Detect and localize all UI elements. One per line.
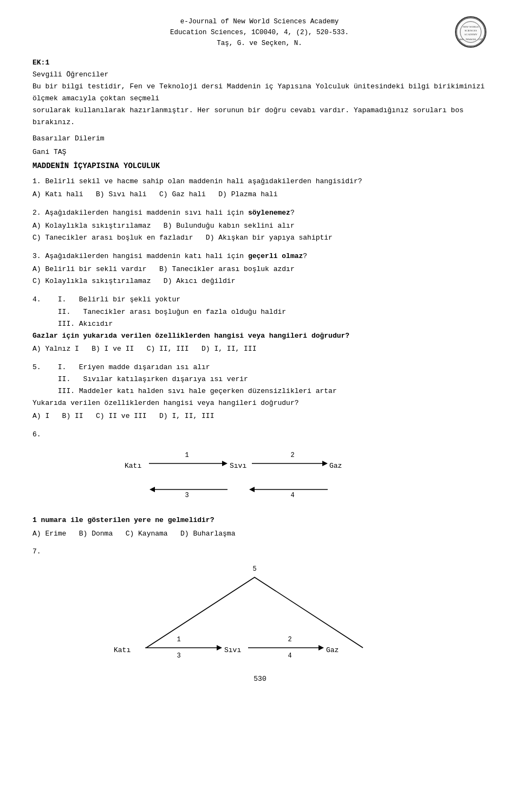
q4-answers: A) Yalnız I B) I ve II C) II, III D) I, … (32, 343, 487, 355)
d1-num2: 2 (290, 452, 294, 459)
question-2: 2. Aşağıdakilerden hangisi maddenin sıvı… (32, 207, 487, 244)
diagram-1: Sıvı --2--> Gaz --> Katı 1 Sıvı 2 Gaz 3 … (108, 447, 412, 507)
d1-kati-label: Katı (125, 462, 141, 470)
d1-sivi-label: Sıvı (230, 462, 246, 470)
q1-number: 1. (32, 177, 45, 185)
q3-text: Aşağıdakilerden hangisi maddenin katı ha… (45, 252, 307, 260)
ek-section: EK:1 Sevgili Öğrenciler Bu bir bilgi tes… (32, 59, 487, 158)
q1-text: Belirli sekil ve hacme sahip olan madden… (45, 177, 362, 185)
svg-marker-13 (249, 487, 255, 492)
question-1: 1. Belirli sekil ve hacme sahip olan mad… (32, 176, 487, 201)
journal-line1: e-Journal of New World Sciences Academy (69, 16, 450, 27)
journal-line3: Taş, G. ve Seçken, N. (69, 38, 450, 49)
question-6b: 1 numara ile gösterilen yere ne gelmelid… (32, 514, 487, 539)
svg-marker-17 (318, 645, 324, 650)
d1-num1: 1 (185, 452, 188, 459)
q3-number: 3. (32, 252, 45, 260)
q4-item2: II. Tanecikler arası boşluğun en fazla o… (32, 306, 487, 318)
diagram-2-section: 5 Sıvı --2--> Gaz --> Katı 1 Sıvı 2 Gaz … (32, 561, 487, 659)
journal-logo: NEW WORLD SCIENCES ACADEMY www.newwsa.co… (455, 16, 487, 49)
q5-answers: A) I B) II C) II ve III D) I, II, III (32, 410, 487, 422)
intro-line3: sorularak kullanılarak hazırlanmıştır. H… (32, 105, 487, 128)
intro-paragraph: Sevgili Öğrenciler Bu bir bilgi testidir… (32, 69, 487, 128)
q6b-answers: A) Erime B) Donma C) Kaynama D) Buharlaş… (32, 528, 487, 540)
svg-text:ACADEMY: ACADEMY (464, 33, 478, 36)
exam-title: MADDENİN İÇYAPISINA YOLCULUK (32, 162, 487, 170)
svg-marker-7 (222, 461, 227, 466)
question-5: 5. I. Eriyen madde dışarıdan ısı alır II… (32, 362, 487, 422)
question-6: 6. (32, 429, 487, 441)
d2-num2: 2 (288, 636, 291, 643)
q1-answers: A) Katı hali B) Sıvı hali C) Gaz hali D)… (32, 189, 487, 201)
q3-answers: A) Belirli bir sekli vardır B) Tanecikle… (32, 263, 487, 287)
q2-text: Aşağıdakilerden hangisi maddenin sıvı ha… (45, 209, 294, 217)
logo-circle: NEW WORLD SCIENCES ACADEMY www.newwsa.co… (455, 16, 486, 48)
d2-gaz-label: Gaz (326, 646, 339, 654)
diagram-2: 5 Sıvı --2--> Gaz --> Katı 1 Sıvı 2 Gaz … (98, 561, 422, 659)
d1-num4: 4 (290, 492, 294, 499)
question-7: 7. (32, 547, 487, 556)
page-header: e-Journal of New World Sciences Academy … (32, 16, 487, 49)
basari-line2: Gani TAŞ (32, 146, 487, 158)
basari-line1: Basarılar Dilerim (32, 133, 487, 145)
d1-gaz-label: Gaz (329, 462, 342, 470)
svg-text:NEW WORLD: NEW WORLD (463, 25, 479, 28)
svg-text:SCIENCES: SCIENCES (465, 29, 477, 32)
q6-number: 6. (32, 429, 487, 441)
d2-num5: 5 (252, 565, 256, 573)
d2-num4: 4 (288, 652, 291, 659)
d2-sivi-label: Sıvı (224, 646, 241, 654)
q4-bold-text: Gazlar için yukarıda verilen özelliklerd… (32, 330, 487, 342)
q5-number-text: 5. I. Eriyen madde dışarıdan ısı alır (32, 362, 487, 373)
intro-line1: Sevgili Öğrenciler (32, 69, 487, 81)
d2-kati-label: Katı (114, 646, 131, 654)
question-3: 3. Aşağıdakilerden hangisi maddenin katı… (32, 250, 487, 287)
d1-num3: 3 (185, 492, 188, 499)
journal-line2: Education Sciences, 1C0040, 4, (2), 520-… (69, 27, 450, 38)
q4-number-text: 4. I. Belirli bir şekli yoktur (32, 294, 487, 306)
q2-number: 2. (32, 209, 45, 217)
page-number: 530 (32, 675, 487, 683)
d2-num1: 1 (177, 636, 180, 643)
svg-text:www.newwsa.com: www.newwsa.com (459, 37, 483, 41)
d2-num3: 3 (177, 652, 180, 659)
intro-line2: Bu bir bilgi testidir, Fen ve Teknoloji … (32, 81, 487, 105)
q5-item3: III. Maddeler katı halden sıvı hale geçe… (32, 385, 487, 397)
q5-item2: II. Sıvılar katılaşırken dışarıya ısı ve… (32, 373, 487, 385)
svg-marker-9 (322, 461, 328, 466)
q4-item3: III. Akıcıdır (32, 318, 487, 330)
journal-info: e-Journal of New World Sciences Academy … (69, 16, 450, 49)
q7-number: 7. (32, 547, 487, 556)
q2-answers: A) Kolaylıkla sıkıştırılamaz B) Bulunduğ… (32, 220, 487, 244)
ek-label: EK:1 (32, 59, 487, 67)
svg-marker-11 (150, 487, 155, 492)
q6b-bold: 1 numara ile gösterilen yere ne gelmelid… (32, 514, 487, 526)
q5-normal-text: Yukarıda verilen özelliklerden hangisi v… (32, 397, 487, 409)
diagram-1-section: Sıvı --2--> Gaz --> Katı 1 Sıvı 2 Gaz 3 … (32, 447, 487, 507)
svg-marker-15 (217, 645, 222, 650)
question-4: 4. I. Belirli bir şekli yoktur II. Tanec… (32, 294, 487, 355)
